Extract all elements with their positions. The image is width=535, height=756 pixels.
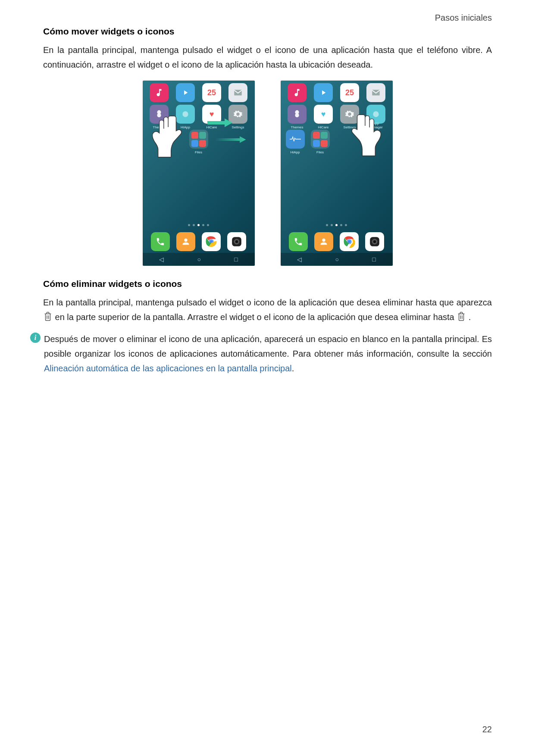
section-body-delete: En la pantalla principal, mantenga pulsa… — [43, 295, 492, 326]
drag-arrow-icon — [207, 118, 233, 127]
settings-icon: Settings — [340, 105, 359, 124]
svg-point-7 — [235, 240, 238, 243]
page-number: 22 — [482, 725, 492, 734]
page-indicator — [281, 224, 393, 226]
nav-home-icon: ○ — [197, 256, 201, 263]
contacts-icon — [314, 232, 333, 251]
phone-screenshot-before: Music Videos 25 Calendar Email — [143, 81, 255, 266]
phone-icon — [151, 232, 170, 251]
videos-icon: Videos — [176, 83, 195, 102]
nav-home-icon: ○ — [335, 256, 339, 263]
contacts-icon — [176, 232, 195, 251]
nav-recent-icon: □ — [372, 256, 375, 263]
music-icon: Music — [288, 83, 307, 102]
chrome-icon — [340, 232, 359, 251]
calendar-icon: 25 Calendar — [202, 83, 221, 102]
dock — [281, 232, 393, 251]
dock — [143, 232, 255, 251]
nav-back-icon: ◁ — [159, 256, 164, 263]
svg-point-15 — [373, 240, 376, 243]
phone-screenshot-after: Music Videos 25 Calendar Email — [281, 81, 393, 266]
hiapp-icon-being-dragged: HiApp — [176, 105, 195, 124]
email-icon: Email — [228, 83, 247, 102]
calendar-icon: 25 Calendar — [340, 83, 359, 102]
tip-text-end: . — [292, 364, 294, 373]
themes-icon: Themes — [150, 105, 169, 124]
email-icon: Email — [366, 83, 385, 102]
illustration-phones: Music Videos 25 Calendar Email — [43, 81, 492, 266]
section-body-move: En la pantalla principal, mantenga pulsa… — [43, 43, 492, 72]
section-title-delete: Cómo eliminar widgets o iconos — [43, 279, 492, 289]
svg-point-0 — [182, 111, 188, 117]
svg-point-8 — [373, 111, 379, 117]
alignment-link[interactable]: Alineación automática de las aplicacione… — [44, 364, 292, 373]
folder-icon: Files — [311, 130, 330, 149]
camera-icon — [365, 232, 384, 251]
info-icon: i — [30, 333, 41, 343]
health-icon: HiApp — [286, 130, 305, 149]
android-navbar: ◁ ○ □ — [281, 253, 393, 266]
nav-back-icon: ◁ — [297, 256, 302, 263]
page-indicator — [143, 224, 255, 226]
tip-text: Después de mover o eliminar el icono de … — [44, 334, 492, 358]
camera-icon — [227, 232, 246, 251]
section-title-move: Cómo mover widgets o iconos — [43, 26, 492, 37]
nav-recent-icon: □ — [234, 256, 238, 263]
tip-block: i Después de mover o eliminar el icono d… — [43, 332, 492, 376]
videos-icon: Videos — [314, 83, 333, 102]
phone-icon — [289, 232, 308, 251]
trash-icon — [457, 311, 466, 326]
hicare-icon: ♥ HiCare — [314, 105, 333, 124]
music-icon: Music — [150, 83, 169, 102]
transition-arrow-icon — [205, 136, 257, 143]
chrome-icon — [202, 232, 221, 251]
themes-icon: Themes — [288, 105, 307, 124]
running-header: Pasos iniciales — [43, 13, 492, 23]
trash-icon — [43, 311, 53, 326]
hiapp-icon-dropped: App Manager — [366, 105, 385, 124]
android-navbar: ◁ ○ □ — [143, 253, 255, 266]
